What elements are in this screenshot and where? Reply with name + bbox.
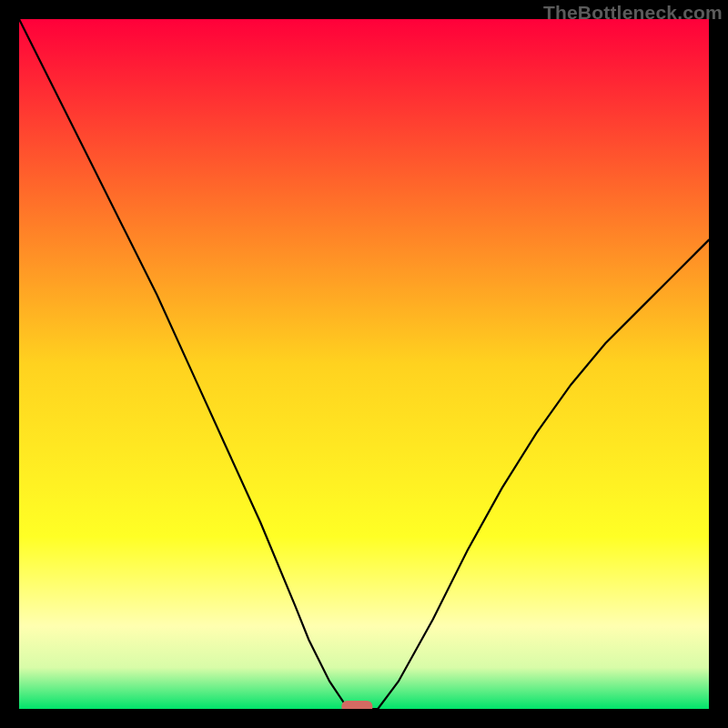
- optimal-marker: [341, 701, 372, 709]
- plot-area: [19, 19, 709, 709]
- gradient-background: [19, 19, 709, 709]
- bottleneck-chart: TheBottleneck.com: [0, 0, 728, 728]
- watermark-text: TheBottleneck.com: [543, 2, 723, 24]
